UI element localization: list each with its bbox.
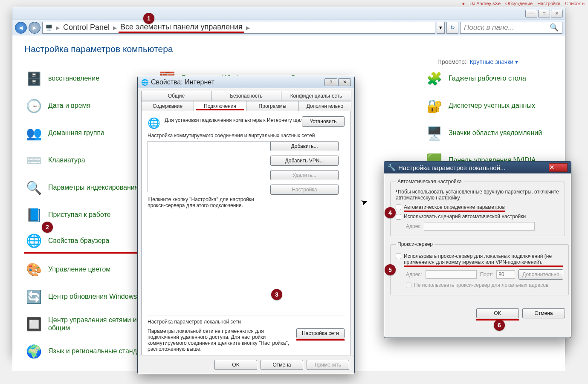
internet-icon: 🌐 [141,79,148,86]
auto-detect-checkbox-row[interactable]: Автоматическое определение параметров [396,204,559,212]
item-label: Приступая к работе [48,211,111,219]
tab-содержание[interactable]: Содержание [141,101,194,111]
step-badge-1: 1 [143,13,154,24]
control-panel-item[interactable]: 🔄Центр обновления Windows [24,285,153,308]
tab-программы[interactable]: Программы [246,101,299,111]
checkbox-label: Не использовать прокси-сервер для локаль… [414,282,548,288]
globe-arrow-icon: 🌐 [148,117,161,131]
dial-group-label: Настройка коммутируемого соединения и ви… [148,133,345,139]
settings-button[interactable]: Настройка [270,185,339,195]
item-icon: 🧩 [425,69,443,88]
item-icon: 🕒 [24,96,43,115]
tab-безопасность[interactable]: Безопасность [211,91,281,101]
item-label: Язык и региональные стандарты [48,347,152,355]
dialog-title: Настройка параметров локальной... [398,164,506,171]
item-label: Значки области уведомлений [449,129,542,137]
control-panel-item[interactable]: 🗄️восстановление [24,67,153,90]
dialog-footer: OK Отмена [384,306,571,326]
item-label: восстановление [48,74,99,82]
auto-detect-checkbox[interactable] [396,205,401,210]
dialog-titlebar[interactable]: 🌐 Свойства: Интернет ? ✕ [138,76,354,88]
tab-panel-connections: 🌐 Для установки подключения компьютера к… [141,111,351,358]
install-button[interactable]: Установить [302,116,345,127]
dialog-footer: OK Отмена Применить [138,355,354,374]
use-proxy-checkbox[interactable] [396,254,401,259]
control-panel-item[interactable]: 🖥️Значки области уведомлений [425,121,553,144]
dialog-titlebar[interactable]: 🔧 Настройка параметров локальной... ✕ [384,162,571,173]
item-label: Параметры индексирования [48,183,138,191]
checkbox-label: Использовать прокси-сервер для локальных… [404,253,563,267]
item-label: Гаджеты рабочего стола [449,74,526,82]
script-address-input [424,222,535,231]
advanced-button[interactable]: Дополнительно [518,269,563,280]
add-button[interactable]: Добавить... [270,141,339,151]
lan-settings-dialog: 🔧 Настройка параметров локальной... ✕ Ав… [384,161,571,338]
control-panel-item[interactable]: 👥Домашняя группа [24,121,153,144]
cancel-button[interactable]: Отмена [522,308,565,318]
control-panel-item[interactable]: 🔐Диспетчер учетных данных [425,94,553,117]
close-button[interactable]: ✕ [549,163,568,172]
step-badge-6: 6 [494,320,505,331]
add-vpn-button[interactable]: Добавить VPN... [270,156,339,166]
control-panel-item[interactable]: 🔲Центр управления сетями и общим [24,312,153,335]
address-dropdown-button[interactable]: ▾ [437,22,445,34]
tab-label: Общие [168,93,185,99]
lan-settings-button[interactable]: Настройка сети [296,328,345,338]
control-panel-item[interactable]: ⌨️Клавиатура [24,149,153,172]
tab-подключения[interactable]: Подключения [194,101,246,111]
auto-script-checkbox[interactable] [396,214,401,219]
item-label: Центр обновления Windows [48,292,137,300]
search-icon: 🔍 [550,23,559,32]
item-icon: 🌐 [24,231,43,250]
item-icon: 🔄 [24,287,43,306]
close-button[interactable]: ✕ [338,78,351,86]
window-titlebar[interactable]: — □ ✕ [12,7,565,20]
breadcrumb-bar[interactable]: 🖥️ ▸ Control Panel ▸ Все элементы панели… [42,22,435,34]
control-panel-item[interactable]: 🌍Язык и региональные стандарты [24,340,153,363]
ok-button[interactable]: OK [476,308,519,318]
step-badge-5: 5 [385,264,396,275]
control-panel-item[interactable]: 🧩Гаджеты рабочего стола [425,67,553,90]
lan-hint-text: Параметры локальной сети не применяются … [148,328,292,352]
bypass-local-checkbox [406,283,411,288]
item-icon: 📘 [24,205,43,224]
dial-connections-list[interactable] [148,141,271,192]
group-legend: Автоматическая настройка [396,179,463,185]
item-label: Управление цветом [48,265,110,273]
help-button[interactable]: ? [324,78,337,86]
use-proxy-checkbox-row[interactable]: Использовать прокси-сервер для локальных… [396,253,563,267]
apply-button[interactable]: Применить [307,360,349,370]
control-panel-item[interactable]: 🎨Управление цветом [24,258,153,281]
control-panel-item[interactable]: 🌐Свойства браузера [24,231,153,254]
forward-button[interactable]: ► [29,22,41,34]
ok-button[interactable]: OK [214,360,257,370]
breadcrumb-item[interactable]: Control Panel [61,23,111,32]
back-button[interactable]: ◄ [15,22,27,34]
bypass-local-checkbox-row: Не использовать прокси-сервер для локаль… [406,282,563,288]
step-badge-4: 4 [385,207,396,218]
proxy-address-label: Адрес: [406,271,422,277]
refresh-button[interactable]: ↻ [446,22,458,34]
close-button[interactable]: ✕ [551,10,563,17]
search-input[interactable]: Поиск в пане... 🔍 [460,22,562,34]
tab-конфиденциальность[interactable]: Конфиденциальность [281,91,351,101]
lan-section-title: Настройка параметров локальной сети [148,315,345,325]
breadcrumb-item[interactable]: Все элементы панели управления [119,23,244,33]
checkbox-label: Автоматическое определение параметров [404,204,505,212]
background-header-links: ● DJ Andrey sXe Обсуждение Настройки Спи… [455,0,588,7]
network-icon: 🔧 [388,164,396,171]
tab-дополнительно[interactable]: Дополнительно [298,101,351,111]
remove-button[interactable]: Удалить... [270,170,339,180]
search-placeholder: Поиск в пане... [464,23,514,32]
tab-общие[interactable]: Общие [141,91,211,101]
view-mode-link[interactable]: Крупные значки ▾ [469,58,518,65]
auto-script-checkbox-row[interactable]: Использовать сценарий автоматической нас… [396,214,559,219]
minimize-button[interactable]: — [525,10,537,17]
cancel-button[interactable]: Отмена [261,360,303,370]
control-panel-item[interactable]: 🕒Дата и время [24,94,153,117]
item-label: Дата и время [48,101,90,110]
maximize-button[interactable]: □ [538,10,550,17]
control-panel-item[interactable]: 🔍Параметры индексирования [24,176,153,199]
internet-properties-dialog: 🌐 Свойства: Интернет ? ✕ ОбщиеБезопаснос… [137,76,355,374]
proxy-group: Прокси-сервер Использовать прокси-сервер… [390,241,569,295]
